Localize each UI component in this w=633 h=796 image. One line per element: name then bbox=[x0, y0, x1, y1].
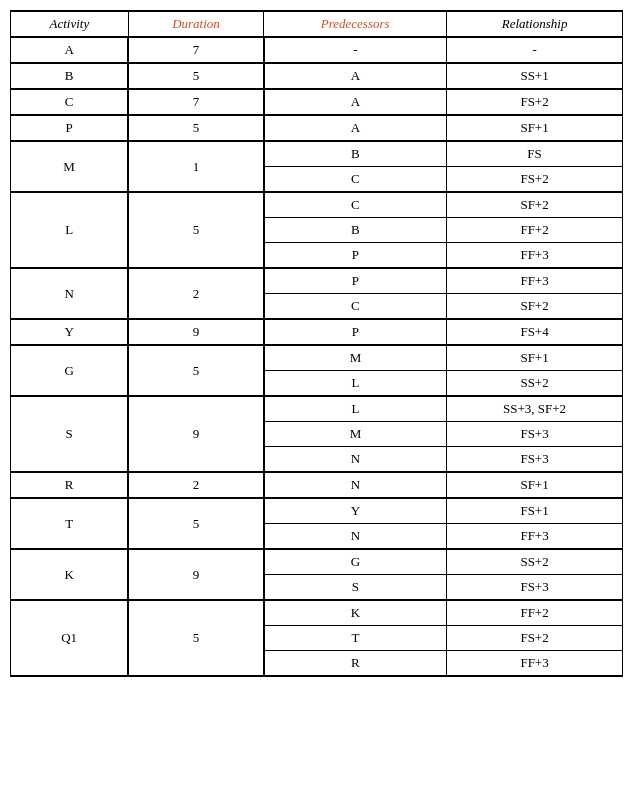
relationship-cell: SF+2 bbox=[447, 294, 623, 320]
predecessor-cell: K bbox=[264, 600, 447, 626]
table-row: K9GSS+2 bbox=[11, 549, 623, 575]
predecessor-cell: P bbox=[264, 268, 447, 294]
predecessor-cell: C bbox=[264, 167, 447, 193]
predecessor-cell: S bbox=[264, 575, 447, 601]
predecessor-cell: N bbox=[264, 447, 447, 473]
table-row: R2NSF+1 bbox=[11, 472, 623, 498]
activity-header: Activity bbox=[11, 11, 129, 37]
predecessor-cell: P bbox=[264, 243, 447, 269]
activity-cell: T bbox=[11, 498, 129, 549]
activity-table: Activity Duration Predecessors Relations… bbox=[10, 10, 623, 677]
relationship-cell: FS+3 bbox=[447, 422, 623, 447]
activity-cell: Q1 bbox=[11, 600, 129, 676]
duration-cell: 5 bbox=[128, 345, 264, 396]
duration-cell: 7 bbox=[128, 37, 264, 63]
activity-cell: N bbox=[11, 268, 129, 319]
relationship-cell: FF+2 bbox=[447, 600, 623, 626]
predecessor-cell: M bbox=[264, 422, 447, 447]
activity-cell: R bbox=[11, 472, 129, 498]
table-row: C7AFS+2 bbox=[11, 89, 623, 115]
duration-cell: 2 bbox=[128, 268, 264, 319]
relationship-cell: FF+3 bbox=[447, 524, 623, 550]
relationship-cell: FS+3 bbox=[447, 575, 623, 601]
duration-cell: 5 bbox=[128, 192, 264, 268]
relationship-cell: SF+1 bbox=[447, 115, 623, 141]
relationship-cell: FS+1 bbox=[447, 498, 623, 524]
table-row: Q15KFF+2 bbox=[11, 600, 623, 626]
table-row: B5ASS+1 bbox=[11, 63, 623, 89]
predecessor-cell: B bbox=[264, 141, 447, 167]
table-row: Y9PFS+4 bbox=[11, 319, 623, 345]
duration-cell: 5 bbox=[128, 600, 264, 676]
duration-cell: 9 bbox=[128, 549, 264, 600]
relationship-cell: FF+3 bbox=[447, 651, 623, 677]
activity-cell: B bbox=[11, 63, 129, 89]
predecessor-cell: T bbox=[264, 626, 447, 651]
predecessor-cell: G bbox=[264, 549, 447, 575]
table-row: M1BFS bbox=[11, 141, 623, 167]
relationship-cell: FS+4 bbox=[447, 319, 623, 345]
duration-header: Duration bbox=[128, 11, 264, 37]
predecessor-cell: L bbox=[264, 396, 447, 422]
activity-cell: Y bbox=[11, 319, 129, 345]
relationship-cell: FS+2 bbox=[447, 89, 623, 115]
predecessors-header: Predecessors bbox=[264, 11, 447, 37]
predecessor-cell: Y bbox=[264, 498, 447, 524]
table-row: G5MSF+1 bbox=[11, 345, 623, 371]
table-row: S9LSS+3, SF+2 bbox=[11, 396, 623, 422]
activity-cell: M bbox=[11, 141, 129, 192]
predecessor-cell: A bbox=[264, 63, 447, 89]
relationship-cell: SS+2 bbox=[447, 549, 623, 575]
relationship-cell: FS bbox=[447, 141, 623, 167]
predecessor-cell: P bbox=[264, 319, 447, 345]
table-row: P5ASF+1 bbox=[11, 115, 623, 141]
table-row: T5YFS+1 bbox=[11, 498, 623, 524]
relationship-cell: SF+2 bbox=[447, 192, 623, 218]
duration-cell: 9 bbox=[128, 396, 264, 472]
table-row: A7-- bbox=[11, 37, 623, 63]
predecessor-cell: R bbox=[264, 651, 447, 677]
duration-cell: 5 bbox=[128, 63, 264, 89]
activity-cell: K bbox=[11, 549, 129, 600]
predecessor-cell: A bbox=[264, 115, 447, 141]
table-row: L5CSF+2 bbox=[11, 192, 623, 218]
predecessor-cell: N bbox=[264, 524, 447, 550]
relationship-cell: FF+2 bbox=[447, 218, 623, 243]
predecessor-cell: - bbox=[264, 37, 447, 63]
duration-cell: 5 bbox=[128, 115, 264, 141]
duration-cell: 7 bbox=[128, 89, 264, 115]
predecessor-cell: B bbox=[264, 218, 447, 243]
activity-cell: L bbox=[11, 192, 129, 268]
predecessor-cell: A bbox=[264, 89, 447, 115]
relationship-header: Relationship bbox=[447, 11, 623, 37]
duration-cell: 5 bbox=[128, 498, 264, 549]
activity-cell: C bbox=[11, 89, 129, 115]
predecessor-cell: M bbox=[264, 345, 447, 371]
predecessor-cell: C bbox=[264, 294, 447, 320]
predecessor-cell: L bbox=[264, 371, 447, 397]
relationship-cell: FS+2 bbox=[447, 626, 623, 651]
relationship-cell: FF+3 bbox=[447, 243, 623, 269]
predecessor-cell: N bbox=[264, 472, 447, 498]
relationship-cell: FS+3 bbox=[447, 447, 623, 473]
relationship-cell: SF+1 bbox=[447, 345, 623, 371]
activity-cell: S bbox=[11, 396, 129, 472]
activity-cell: A bbox=[11, 37, 129, 63]
activity-cell: G bbox=[11, 345, 129, 396]
relationship-cell: SS+2 bbox=[447, 371, 623, 397]
relationship-cell: FF+3 bbox=[447, 268, 623, 294]
relationship-cell: - bbox=[447, 37, 623, 63]
relationship-cell: SF+1 bbox=[447, 472, 623, 498]
duration-cell: 2 bbox=[128, 472, 264, 498]
header-row: Activity Duration Predecessors Relations… bbox=[11, 11, 623, 37]
predecessor-cell: C bbox=[264, 192, 447, 218]
relationship-cell: SS+1 bbox=[447, 63, 623, 89]
relationship-cell: SS+3, SF+2 bbox=[447, 396, 623, 422]
duration-cell: 1 bbox=[128, 141, 264, 192]
table-row: N2PFF+3 bbox=[11, 268, 623, 294]
duration-cell: 9 bbox=[128, 319, 264, 345]
activity-cell: P bbox=[11, 115, 129, 141]
relationship-cell: FS+2 bbox=[447, 167, 623, 193]
